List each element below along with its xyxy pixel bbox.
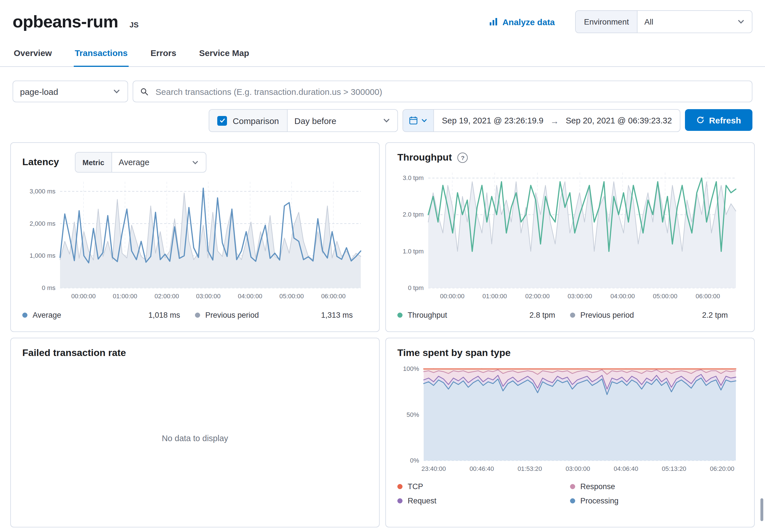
page-title: opbeans-rum xyxy=(13,12,118,31)
search-icon xyxy=(140,87,149,96)
chevron-down-icon xyxy=(421,117,428,124)
throughput-chart[interactable]: 00:00:0001:00:0002:00:0003:00:0004:00:00… xyxy=(397,167,743,303)
legend-label: Previous period xyxy=(580,311,634,319)
series-dot xyxy=(570,498,575,503)
legend-label: Request xyxy=(408,497,436,505)
series-dot xyxy=(570,484,575,489)
environment-select[interactable]: All xyxy=(637,11,752,33)
legend-item-previous-period[interactable]: Previous period 2.2 tpm xyxy=(570,311,743,319)
legend-label: Previous period xyxy=(205,311,259,319)
refresh-button[interactable]: Refresh xyxy=(685,109,752,131)
legend-item-request[interactable]: Request xyxy=(397,497,570,505)
svg-text:1.0 tpm: 1.0 tpm xyxy=(403,248,424,255)
comparison-label: Comparison xyxy=(233,116,279,126)
svg-text:1,000 ms: 1,000 ms xyxy=(30,252,56,259)
svg-text:01:00:00: 01:00:00 xyxy=(482,293,507,300)
filter-bar: page-load xyxy=(13,81,752,102)
svg-text:00:46:40: 00:46:40 xyxy=(469,465,494,472)
refresh-icon xyxy=(696,116,704,124)
tab-overview[interactable]: Overview xyxy=(13,41,53,66)
metric-value: Average xyxy=(119,158,150,167)
legend-item-previous-period[interactable]: Previous period 1,313 ms xyxy=(195,311,368,319)
analyze-data-link[interactable]: Analyze data xyxy=(488,17,555,27)
date-range-end[interactable]: Sep 20, 2021 @ 06:39:23.32 xyxy=(566,116,672,125)
throughput-panel-header: Throughput ? xyxy=(397,152,743,163)
svg-text:0 tpm: 0 tpm xyxy=(408,284,424,291)
comparison-checkbox[interactable] xyxy=(217,116,227,126)
chevron-down-icon xyxy=(191,158,199,166)
legend-value: 1,018 ms xyxy=(148,311,180,319)
comparison-control: Comparison Day before xyxy=(209,109,398,132)
svg-text:02:00:00: 02:00:00 xyxy=(155,293,179,300)
apm-service-page: opbeans-rum JS Analyze data Environment … xyxy=(0,0,765,532)
tab-transactions[interactable]: Transactions xyxy=(74,41,129,67)
chevron-down-icon xyxy=(737,18,745,26)
svg-text:05:13:20: 05:13:20 xyxy=(662,465,686,472)
date-range-start[interactable]: Sep 19, 2021 @ 23:26:19.9 xyxy=(442,116,543,125)
latency-chart[interactable]: 00:00:0001:00:0002:00:0003:00:0004:00:00… xyxy=(22,176,368,303)
environment-label: Environment xyxy=(576,11,637,33)
screen: opbeans-rum JS Analyze data Environment … xyxy=(0,0,765,532)
svg-text:05:00:00: 05:00:00 xyxy=(279,293,304,300)
svg-text:0 ms: 0 ms xyxy=(42,284,55,291)
legend-value: 2.2 tpm xyxy=(702,311,728,319)
charts-grid: Latency Metric Average 00:00:0001:00:000… xyxy=(10,142,755,527)
legend-item-tcp[interactable]: TCP xyxy=(397,482,570,491)
throughput-legend: Throughput 2.8 tpm Previous period 2.2 t… xyxy=(397,307,743,322)
series-dot xyxy=(397,498,402,503)
legend-item-processing[interactable]: Processing xyxy=(570,497,743,505)
svg-text:50%: 50% xyxy=(406,411,419,418)
comparison-select[interactable]: Day before xyxy=(288,110,397,132)
service-title-group: opbeans-rum JS xyxy=(13,12,139,31)
time-controls: Comparison Day before xyxy=(13,109,752,132)
no-data-message: No data to display xyxy=(22,359,368,518)
svg-text:01:00:00: 01:00:00 xyxy=(113,293,137,300)
svg-text:02:00:00: 02:00:00 xyxy=(525,293,550,300)
svg-text:00:00:00: 00:00:00 xyxy=(71,293,96,300)
refresh-label: Refresh xyxy=(709,115,741,125)
latency-legend: Average 1,018 ms Previous period 1,313 m… xyxy=(22,307,368,322)
comparison-toggle[interactable]: Comparison xyxy=(209,110,288,132)
analyze-data-label: Analyze data xyxy=(502,17,555,27)
metric-label: Metric xyxy=(76,152,112,172)
chevron-down-icon xyxy=(382,117,390,125)
calendar-menu-button[interactable] xyxy=(403,110,434,132)
scrollbar-thumb[interactable] xyxy=(760,498,763,521)
svg-text:03:00:00: 03:00:00 xyxy=(568,293,592,300)
svg-text:2,000 ms: 2,000 ms xyxy=(30,220,56,227)
latency-panel-header: Latency Metric Average xyxy=(22,152,368,172)
series-dot xyxy=(195,312,200,317)
svg-text:01:53:20: 01:53:20 xyxy=(517,465,542,472)
legend-item-throughput[interactable]: Throughput 2.8 tpm xyxy=(397,311,570,319)
help-icon[interactable]: ? xyxy=(458,152,468,163)
span-types-panel: Time spent by span type 23:40:0000:46:40… xyxy=(385,338,755,527)
tab-errors[interactable]: Errors xyxy=(150,41,178,66)
failed-rate-title: Failed transaction rate xyxy=(22,348,126,359)
svg-text:06:00:00: 06:00:00 xyxy=(321,293,346,300)
legend-label: Response xyxy=(580,482,615,491)
span-types-chart[interactable]: 23:40:0000:46:4001:53:2003:00:0004:06:40… xyxy=(397,364,743,475)
transaction-type-select[interactable]: page-load xyxy=(13,81,128,102)
comparison-value: Day before xyxy=(295,116,337,126)
tab-service-map[interactable]: Service Map xyxy=(198,41,251,66)
span-types-title: Time spent by span type xyxy=(397,348,510,359)
svg-text:100%: 100% xyxy=(403,365,419,372)
legend-label: TCP xyxy=(408,482,423,491)
svg-text:04:06:40: 04:06:40 xyxy=(614,465,638,472)
latency-title: Latency xyxy=(22,156,59,168)
metric-select[interactable]: Average xyxy=(112,152,206,172)
svg-text:00:00:00: 00:00:00 xyxy=(440,293,464,300)
analyze-data-icon xyxy=(488,17,498,26)
date-range-display[interactable]: Sep 19, 2021 @ 23:26:19.9 → Sep 20, 2021… xyxy=(434,110,680,132)
legend-item-response[interactable]: Response xyxy=(570,482,743,491)
svg-text:23:40:00: 23:40:00 xyxy=(421,465,446,472)
svg-text:0%: 0% xyxy=(410,457,419,464)
svg-text:2.0 tpm: 2.0 tpm xyxy=(403,211,424,218)
service-tabs: Overview Transactions Errors Service Map xyxy=(0,41,765,67)
header-actions: Analyze data Environment All xyxy=(488,10,752,33)
svg-text:3.0 tpm: 3.0 tpm xyxy=(403,174,424,181)
throughput-title: Throughput xyxy=(397,152,452,163)
legend-item-average[interactable]: Average 1,018 ms xyxy=(22,311,195,319)
search-transactions-input[interactable] xyxy=(154,86,745,97)
legend-value: 1,313 ms xyxy=(321,311,353,319)
